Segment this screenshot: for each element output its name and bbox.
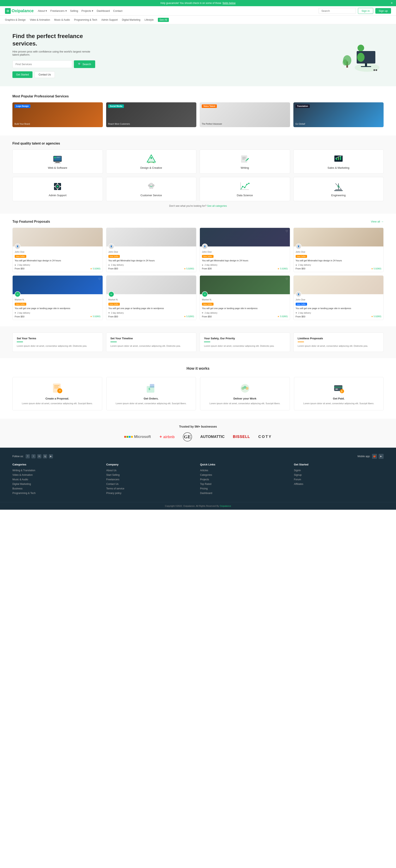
footer-link-signup[interactable]: Signup bbox=[294, 473, 302, 476]
proposal-card[interactable]: ♡ M Market N. New Seller You will get on… bbox=[12, 275, 103, 320]
footer-link-writing[interactable]: Writing & Translation bbox=[12, 469, 35, 472]
cat-graphics[interactable]: Graphics & Design bbox=[5, 19, 26, 21]
popular-card-social[interactable]: Social Media Reach More Customers bbox=[106, 102, 197, 127]
cat-lifestyle[interactable]: Lifestyle bbox=[145, 19, 154, 21]
footer-link-articles[interactable]: Articles bbox=[200, 469, 208, 472]
proposal-card[interactable]: ♡ 👤 John Doe New Seller You will get Min… bbox=[200, 228, 290, 272]
talent-card-customer[interactable]: Customer Service bbox=[106, 177, 197, 201]
get-started-button[interactable]: Get Started bbox=[12, 71, 32, 78]
proposal-title: You will get one page or landing page si… bbox=[108, 307, 194, 310]
heart-icon[interactable]: ♡ bbox=[285, 277, 288, 281]
talent-card-web[interactable]: Web & Software bbox=[12, 150, 103, 174]
signin-button[interactable]: Sign in bbox=[358, 8, 373, 14]
heart-icon[interactable]: ♡ bbox=[98, 229, 101, 233]
footer-link-pricing[interactable]: Pricing bbox=[200, 487, 208, 490]
android-app-icon[interactable]: ▶ bbox=[378, 454, 384, 459]
talent-card-engineering[interactable]: Engineering bbox=[293, 177, 384, 201]
heart-icon[interactable]: ♡ bbox=[192, 277, 195, 281]
benefit-title: Set Your Terms bbox=[17, 337, 98, 340]
footer-link-privacy[interactable]: Privacy policy bbox=[106, 492, 121, 495]
footer-col-title: Quick Links bbox=[200, 463, 290, 466]
heart-icon[interactable]: ♡ bbox=[192, 229, 195, 233]
footer-link-projects[interactable]: Projects bbox=[200, 478, 209, 481]
talent-card-writing[interactable]: Writing bbox=[200, 150, 290, 174]
search-input[interactable] bbox=[319, 8, 356, 14]
talent-card-data[interactable]: Data Science bbox=[200, 177, 290, 201]
footer-link-start-selling[interactable]: Start Selling bbox=[106, 473, 120, 476]
banner-link[interactable]: fields below bbox=[223, 2, 236, 4]
heart-icon[interactable]: ♡ bbox=[285, 229, 288, 233]
facebook-icon[interactable]: f bbox=[26, 454, 30, 458]
footer-link-video[interactable]: Video & Animation bbox=[12, 473, 33, 476]
instagram-icon[interactable]: ig bbox=[43, 454, 47, 458]
nav-contact[interactable]: Contact bbox=[113, 9, 122, 12]
nav-projects[interactable]: Projects ▾ bbox=[82, 9, 93, 12]
talent-card-design[interactable]: Design & Creative bbox=[106, 150, 197, 174]
nav-freelancers[interactable]: Freelancers ▾ bbox=[50, 9, 67, 12]
footer-columns: Categories Writing & Translation Video &… bbox=[12, 463, 384, 496]
cat-digital[interactable]: Digital Marketing bbox=[122, 19, 140, 21]
hero-search-input[interactable] bbox=[12, 60, 72, 68]
delivery: 2 day delivery bbox=[202, 312, 288, 314]
proposal-card[interactable]: ♡ 👤 John Doe New Seller You will get Min… bbox=[293, 228, 384, 272]
talent-card-sales[interactable]: Sales & Marketing bbox=[293, 150, 384, 174]
cat-admin[interactable]: Admin Support bbox=[102, 19, 118, 21]
nav-dashboard[interactable]: Dashboard bbox=[96, 9, 110, 12]
talent-card-admin[interactable]: Admin Support bbox=[12, 177, 103, 201]
proposal-card[interactable]: ♡ 👤 John Doe New Seller You will get one… bbox=[293, 275, 384, 320]
footer-link-terms[interactable]: Terms of service bbox=[106, 487, 124, 490]
proposal-card[interactable]: ♡ M Market N. New Seller You will get on… bbox=[200, 275, 290, 320]
linkedin-icon[interactable]: in bbox=[37, 454, 41, 458]
footer-link-top-rated[interactable]: Top Rated bbox=[200, 483, 211, 486]
footer-col-categories: Categories Writing & Translation Video &… bbox=[12, 463, 102, 496]
footer-link-affiliates[interactable]: Affiliates bbox=[294, 483, 303, 486]
popular-card-voice[interactable]: Voice Talent The Perfect Voiceover bbox=[200, 102, 290, 127]
youtube-icon[interactable]: ▶ bbox=[49, 454, 53, 458]
footer-link-about[interactable]: About Us bbox=[106, 469, 116, 472]
nav-selling[interactable]: Selling bbox=[70, 9, 78, 12]
proposal-card[interactable]: ♡ M Market N. New Seller You will get on… bbox=[106, 275, 197, 320]
footer-link-business[interactable]: Business bbox=[12, 487, 23, 490]
popular-title: Most Popular Professional Services bbox=[12, 94, 384, 98]
banner-close-icon[interactable]: × bbox=[391, 1, 393, 5]
footer-link-contact[interactable]: Contact Us bbox=[106, 483, 118, 486]
heart-icon[interactable]: ♡ bbox=[379, 229, 382, 233]
logo[interactable]: O Oxipalance bbox=[5, 8, 34, 14]
copyright-link[interactable]: Oxipalance bbox=[220, 505, 231, 507]
footer-link-dashboard[interactable]: Dashboard bbox=[200, 492, 212, 495]
follow-us-label: Follow us: bbox=[12, 455, 24, 458]
deliver-work-icon bbox=[239, 382, 251, 395]
proposal-card[interactable]: ♡ 👤 John Doe New Seller You will get Min… bbox=[106, 228, 197, 272]
hero-search-button[interactable]: 🔍 Search bbox=[74, 60, 95, 68]
signup-button[interactable]: Sign up bbox=[375, 8, 391, 13]
footer-link-categories[interactable]: Categories bbox=[200, 473, 212, 476]
footer-link-signin[interactable]: Signin bbox=[294, 469, 301, 472]
footer-link-freelancers[interactable]: Freelancers bbox=[106, 478, 119, 481]
twitter-icon[interactable]: t bbox=[31, 454, 36, 458]
heart-icon[interactable]: ♡ bbox=[379, 277, 382, 281]
see-categories-link[interactable]: See all categories bbox=[207, 205, 227, 207]
proposal-card[interactable]: ♡ 👤 John Doe New Seller You will get Min… bbox=[12, 228, 103, 272]
footer-link-music[interactable]: Music & Audio bbox=[12, 478, 28, 481]
cat-programming[interactable]: Programming & Tech bbox=[74, 19, 97, 21]
footer-link-digital[interactable]: Digital Marketing bbox=[12, 483, 31, 486]
cat-video[interactable]: Video & Animation bbox=[30, 19, 50, 21]
popular-services-section: Most Popular Professional Services Logo … bbox=[0, 86, 396, 135]
seller-name: John Doe bbox=[296, 251, 381, 253]
design-icon bbox=[146, 154, 157, 164]
heart-icon[interactable]: ♡ bbox=[98, 277, 101, 281]
airbnb-logo: ✦ airbnb bbox=[159, 435, 175, 439]
popular-card-logo[interactable]: Logo Design Build Your Brand bbox=[12, 102, 103, 127]
apple-app-icon[interactable]: 🍎 bbox=[372, 454, 377, 459]
nav-about[interactable]: About ▾ bbox=[38, 9, 47, 12]
popular-card-translation[interactable]: Translation Go Global! bbox=[293, 102, 384, 127]
cat-see-all[interactable]: See All bbox=[158, 18, 169, 22]
footer-link-programming[interactable]: Programming & Tech bbox=[12, 492, 36, 495]
footer-link-forum[interactable]: Forum bbox=[294, 478, 301, 481]
contact-us-button[interactable]: Contact Us bbox=[34, 71, 55, 78]
footer-top: Follow us: f t in ig ▶ Mobile app: 🍎 ▶ C… bbox=[0, 447, 396, 502]
delivery: 2 day delivery bbox=[108, 312, 194, 314]
view-all-link[interactable]: View all → bbox=[371, 220, 384, 223]
svg-rect-16 bbox=[54, 157, 56, 158]
cat-music[interactable]: Music & Audio bbox=[54, 19, 70, 21]
